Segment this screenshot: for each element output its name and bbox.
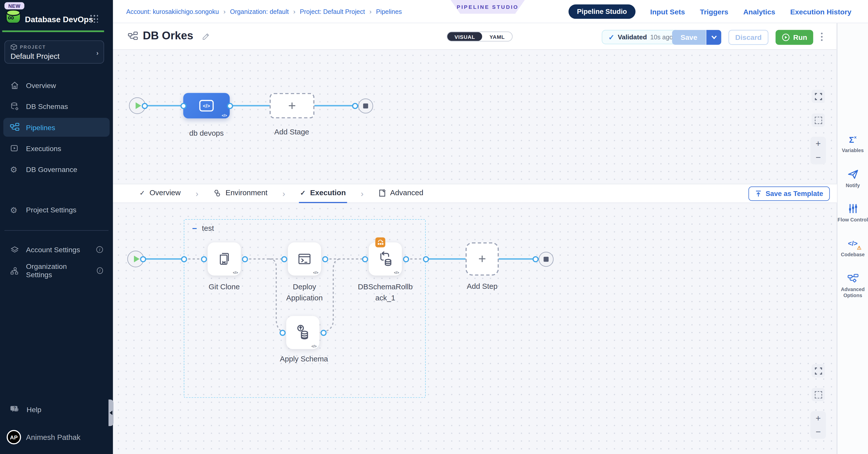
rail-item-codebase[interactable]: </>⚠ Codebase: [837, 238, 868, 258]
environment-icon: [213, 189, 221, 197]
sidebar-item-executions[interactable]: Executions: [3, 139, 110, 158]
zoom-out-button[interactable]: −: [815, 427, 820, 437]
rail-item-variables[interactable]: Σ× Variables: [837, 134, 868, 154]
tab-analytics[interactable]: Analytics: [743, 7, 775, 16]
check-icon: ✓: [140, 189, 145, 197]
tab-pipeline-studio[interactable]: Pipeline Studio: [569, 4, 636, 19]
info-icon[interactable]: i: [97, 267, 103, 274]
sidebar-item-project-settings[interactable]: ⚙ Project Settings: [3, 200, 110, 219]
play-icon: [135, 102, 141, 109]
code-corner-icon: </>: [222, 114, 227, 117]
step-label[interactable]: Deploy Application: [277, 282, 332, 304]
rail-item-notify[interactable]: Notify: [837, 168, 868, 189]
chevron-right-icon: ›: [282, 189, 285, 198]
stage-tab-environment[interactable]: Environment: [212, 184, 269, 203]
help-label: Help: [27, 405, 41, 414]
stage-node-db-devops[interactable]: </> </>: [183, 93, 229, 119]
marquee-select-button[interactable]: [811, 114, 825, 127]
rail-item-flow-control[interactable]: Flow Control: [837, 203, 868, 224]
stage-config-tabstrip: ✓ Overview › Environment › ✓ Execution ›…: [113, 184, 837, 203]
toggle-yaml[interactable]: YAML: [482, 32, 512, 41]
info-icon[interactable]: i: [96, 246, 103, 253]
save-split-button[interactable]: Save: [672, 30, 721, 45]
zoom-controls[interactable]: + −: [810, 137, 826, 164]
rail-label: Variables: [842, 148, 864, 154]
apply-schema-icon: [294, 323, 312, 342]
validated-label: Validated: [618, 33, 647, 41]
stage-tab-overview[interactable]: ✓ Overview: [138, 184, 182, 203]
breadcrumb-organization[interactable]: Organization: default: [230, 8, 289, 15]
sidebar-item-label: DB Governance: [26, 165, 77, 173]
help-button[interactable]: ? Help: [10, 404, 41, 414]
add-stage-label[interactable]: Add Stage: [264, 127, 319, 138]
step-group-header: − test: [192, 224, 214, 232]
fit-to-screen-button[interactable]: [811, 364, 825, 378]
visual-yaml-toggle[interactable]: VISUAL YAML: [446, 32, 513, 41]
sidebar-item-organization-settings[interactable]: Organization Settings i: [3, 261, 110, 280]
save-caret-button[interactable]: [706, 30, 721, 45]
user-name: Animesh Pathak: [26, 433, 81, 442]
custom-stage-icon: </>: [199, 100, 214, 111]
step-node-git-clone[interactable]: </>: [208, 242, 241, 276]
advanced-options-icon: [847, 273, 859, 284]
zoom-controls[interactable]: + −: [810, 411, 826, 439]
tab-triggers[interactable]: Triggers: [700, 7, 728, 16]
save-button[interactable]: Save: [672, 30, 706, 45]
sidebar-item-overview[interactable]: Overview: [3, 76, 110, 95]
marquee-select-button[interactable]: [811, 388, 825, 401]
step-label[interactable]: Git Clone: [196, 282, 252, 293]
step-group-name[interactable]: test: [202, 224, 214, 232]
code-corner-icon: </>: [394, 271, 399, 274]
step-node-apply-schema[interactable]: </>: [286, 316, 319, 349]
discard-button[interactable]: Discard: [728, 30, 768, 45]
sidebar-collapse-handle[interactable]: [108, 399, 114, 426]
breadcrumb-project[interactable]: Project: Default Project: [300, 8, 365, 15]
step-node-deploy-application[interactable]: </>: [288, 242, 321, 276]
add-stage-button[interactable]: +: [270, 93, 314, 119]
add-step-label[interactable]: Add Step: [455, 281, 510, 292]
sidebar-item-pipelines[interactable]: Pipelines: [3, 118, 110, 137]
product-name: Database DevOps: [25, 15, 93, 24]
sidebar-item-account-settings[interactable]: Account Settings i: [3, 240, 110, 259]
notify-paper-plane-icon: [847, 168, 859, 180]
breadcrumb-account[interactable]: Account: kurosakiichigo.songoku: [126, 8, 219, 15]
step-label[interactable]: Apply Schema: [276, 354, 332, 365]
save-as-template-button[interactable]: Save as Template: [748, 186, 830, 201]
execution-graph-canvas[interactable]: − test </> Git Clone: [113, 203, 837, 454]
code-corner-icon: </>: [311, 344, 317, 348]
user-menu[interactable]: AP Animesh Pathak: [6, 430, 80, 445]
tab-input-sets[interactable]: Input Sets: [650, 7, 685, 16]
rail-item-advanced-options[interactable]: Advanced Options: [837, 273, 868, 299]
cube-icon: [10, 44, 17, 50]
db-schemas-icon: [10, 102, 19, 111]
edit-pencil-icon[interactable]: [202, 32, 211, 41]
tab-execution-history[interactable]: Execution History: [790, 7, 851, 16]
rail-label: Flow Control: [837, 217, 868, 224]
zoom-in-button[interactable]: +: [815, 413, 820, 423]
sidebar-item-db-governance[interactable]: ⚙ DB Governance: [3, 160, 110, 179]
pipeline-studio-ribbon: PIPELINE STUDIO: [451, 0, 525, 14]
breadcrumb-pipelines[interactable]: Pipelines: [376, 8, 402, 15]
project-name: Default Project: [10, 52, 98, 60]
step-label[interactable]: DBSchemaRollback_1: [358, 282, 413, 304]
run-button[interactable]: Run: [776, 30, 813, 45]
fullscreen-icon: [814, 93, 822, 100]
fit-to-screen-button[interactable]: [811, 90, 825, 103]
stage-graph-canvas[interactable]: </> </> db devops + Add Stage + −: [113, 50, 837, 184]
project-selector[interactable]: PROJECT Default Project ›: [4, 40, 104, 64]
add-step-button[interactable]: +: [466, 242, 499, 276]
stage-tab-execution[interactable]: ✓ Execution: [299, 184, 347, 203]
execution-end-node: [539, 252, 554, 266]
zoom-in-button[interactable]: +: [815, 139, 820, 149]
collapse-group-icon[interactable]: −: [192, 226, 197, 231]
stage-tab-advanced[interactable]: Advanced: [377, 184, 425, 203]
sidebar-item-db-schemas[interactable]: DB Schemas: [3, 97, 110, 116]
toggle-visual[interactable]: VISUAL: [447, 32, 483, 41]
stage-label[interactable]: db devops: [179, 128, 234, 139]
sidebar-item-label: Overview: [26, 81, 56, 89]
module-grid-icon[interactable]: [90, 15, 99, 23]
zoom-out-button[interactable]: −: [815, 152, 820, 162]
step-node-dbschemarollback[interactable]: </>: [369, 242, 402, 276]
chevron-right-icon: ›: [293, 8, 296, 15]
more-options-kebab[interactable]: [821, 31, 823, 43]
